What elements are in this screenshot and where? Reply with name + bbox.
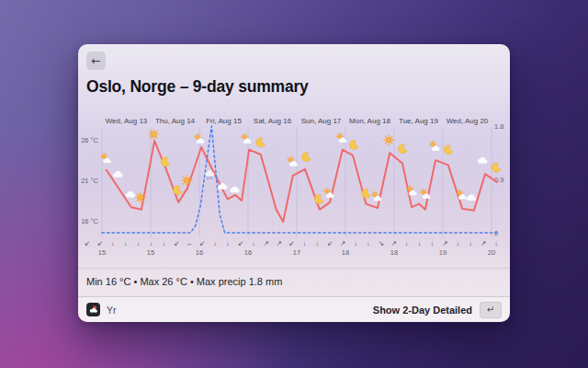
moon-icon [362, 189, 371, 198]
wind-arrow: ↓ [469, 239, 472, 247]
day-label: Sun, Aug 17 [301, 117, 342, 125]
day-label: Wed, Aug 20 [447, 117, 489, 125]
page-title: Oslo, Norge – 9-day summary [86, 77, 500, 97]
wind-arrow: ↙ [238, 239, 243, 247]
cloud-icon [230, 186, 239, 192]
wind-arrow: ↗ [391, 239, 397, 247]
sun-cloud-icon [429, 141, 439, 151]
precipitation-line [102, 126, 497, 233]
wind-arrow: ↓ [354, 239, 357, 247]
moon-icon [161, 157, 170, 167]
x-tick-label: 16 [196, 248, 203, 257]
moon-icon [256, 138, 266, 147]
wind-arrow: ↙ [85, 239, 90, 247]
sun-icon [182, 176, 192, 186]
show-detail-action[interactable]: Show 2-Day Detailed [373, 305, 472, 316]
wind-arrow: ↓ [137, 239, 141, 247]
wind-arrow: ↓ [405, 239, 409, 247]
wind-arrow: ↓ [124, 239, 128, 247]
y-left-label: 26 °C [81, 136, 98, 144]
x-tick-label: 20 [488, 248, 495, 257]
wind-arrow: ← [187, 239, 194, 247]
wind-arrow: ↗ [340, 239, 345, 247]
source-label: Yr [107, 305, 117, 316]
cloud-icon [126, 191, 135, 198]
wind-arrow: ↓ [315, 239, 319, 247]
yr-logo-icon [86, 303, 100, 316]
day-label: Thu, Aug 14 [155, 117, 196, 125]
wind-arrow: ↓ [367, 239, 370, 247]
summary-divider [78, 268, 510, 269]
x-tick-label: 15 [147, 248, 154, 257]
wind-arrow: ↙ [327, 239, 333, 247]
wind-arrow: ↗ [442, 239, 447, 247]
wind-arrow: ↓ [226, 239, 230, 247]
sun-icon [384, 135, 394, 145]
wind-arrow: ↓ [431, 239, 435, 247]
cloud-icon [467, 194, 476, 201]
wind-arrow: ↗ [264, 239, 269, 247]
footer-bar: Yr Show 2-Day Detailed ↵ [78, 297, 510, 322]
back-button[interactable]: ← [86, 52, 106, 70]
summary-text: Min 16 °C • Max 26 °C • Max precip 1.8 m… [86, 276, 500, 287]
moon-icon [492, 163, 501, 172]
day-label: Mon, Aug 18 [349, 117, 390, 125]
day-label: Tue, Aug 19 [399, 117, 438, 125]
day-label: Wed, Aug 13 [106, 117, 148, 125]
wind-arrow: ↙ [97, 239, 103, 247]
day-label: Fri, Aug 15 [206, 117, 242, 125]
wind-arrow: ↙ [174, 239, 179, 247]
x-tick-label: 18 [390, 248, 398, 257]
wind-arrow: ↓ [150, 239, 153, 247]
wind-arrow: ↓ [456, 239, 459, 247]
x-tick-label: 15 [98, 248, 106, 257]
wind-arrow: ↓ [213, 239, 217, 247]
wind-arrow: ↓ [163, 239, 166, 247]
y-right-label: 1.8 [494, 122, 503, 131]
moon-icon [444, 145, 453, 155]
day-label: Sat, Aug 16 [254, 117, 292, 125]
sun-cloud-icon [241, 133, 251, 144]
moon-icon [314, 194, 323, 203]
sun-icon [149, 129, 159, 139]
x-tick-label: 17 [293, 248, 300, 257]
moon-icon [398, 144, 407, 154]
wind-arrow: ↓ [252, 239, 255, 247]
wind-arrow: ↘ [379, 239, 384, 247]
weather-card: ← Oslo, Norge – 9-day summary [78, 44, 510, 322]
wind-arrow: ↓ [418, 239, 422, 247]
wind-arrow: ↓ [111, 239, 115, 247]
weather-chart[interactable]: Wed, Aug 13Thu, Aug 14Fri, Aug 15Sat, Au… [78, 115, 510, 262]
moon-icon [174, 186, 183, 195]
x-tick-label: 18 [342, 248, 349, 257]
y-left-label: 21 °C [81, 177, 98, 185]
x-tick-label: 16 [244, 248, 252, 257]
wind-arrow: ↓ [303, 239, 307, 247]
sun-icon [135, 192, 145, 202]
cloud-icon [113, 171, 122, 178]
wind-arrow: ↙ [199, 239, 205, 247]
y-right-label: 0.9 [494, 176, 503, 184]
cloud-icon [478, 157, 487, 164]
sun-cloud-icon [194, 133, 204, 144]
temperature-line [107, 141, 497, 222]
wind-arrow: ↓ [494, 239, 498, 247]
moon-icon [349, 140, 358, 149]
wind-arrow: ↙ [288, 239, 294, 247]
return-key-icon[interactable]: ↵ [480, 302, 502, 318]
wind-arrow: ↗ [276, 239, 281, 247]
x-tick-label: 19 [439, 248, 447, 257]
wind-arrow: ↗ [481, 239, 486, 247]
y-left-label: 16 °C [81, 217, 98, 225]
sun-cloud-icon [287, 156, 297, 167]
moon-icon [302, 153, 311, 162]
